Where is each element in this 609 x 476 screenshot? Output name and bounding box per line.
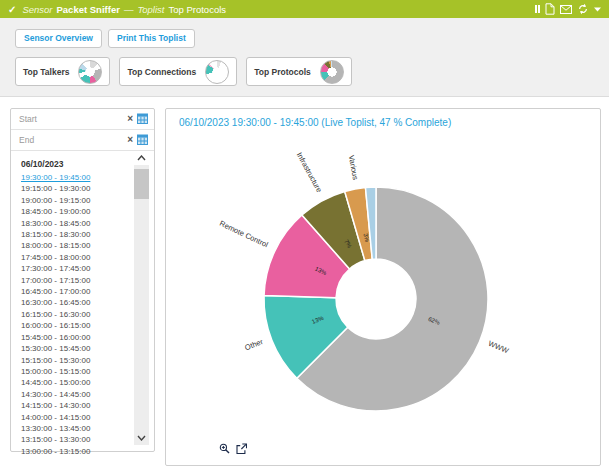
- tab-label: Top Protocols: [254, 67, 311, 77]
- zoom-chart-icon[interactable]: [219, 443, 230, 454]
- separator: —: [124, 4, 134, 15]
- tab-top-connections[interactable]: Top Connections: [119, 57, 237, 86]
- print-toplist-button[interactable]: Print This Toplist: [108, 29, 195, 48]
- sensor-overview-button[interactable]: Sensor Overview: [15, 29, 102, 48]
- calendar-icon[interactable]: [137, 110, 148, 128]
- time-range-item[interactable]: 15:15:00 - 15:30:00: [21, 355, 150, 366]
- end-date-input[interactable]: [17, 134, 123, 146]
- email-icon[interactable]: [560, 5, 572, 14]
- time-range-item[interactable]: 19:15:00 - 19:30:00: [21, 183, 150, 194]
- time-range-item[interactable]: 15:30:00 - 15:45:00: [21, 343, 150, 354]
- refresh-icon[interactable]: [577, 3, 589, 15]
- pause-icon[interactable]: [535, 5, 541, 13]
- time-range-item[interactable]: 16:00:00 - 16:15:00: [21, 320, 150, 331]
- slice-name-label: WWW: [487, 339, 511, 356]
- tab-top-protocols[interactable]: Top Protocols: [246, 57, 352, 86]
- tab-top-talkers[interactable]: Top Talkers: [15, 57, 110, 86]
- slice-name-label: Various: [347, 154, 361, 180]
- calendar-icon[interactable]: [137, 131, 148, 149]
- time-range-item[interactable]: 18:00:00 - 18:15:00: [21, 240, 150, 251]
- time-range-item[interactable]: 16:15:00 - 16:30:00: [21, 309, 150, 320]
- time-range-item[interactable]: 19:30:00 - 19:45:00: [21, 172, 150, 183]
- interval-list-panel: × × 06/10/2023 19:30:00 - 19:45:0019:15:…: [10, 108, 155, 452]
- time-range-item[interactable]: 15:00:00 - 15:15:00: [21, 366, 150, 377]
- time-range-item[interactable]: 17:30:00 - 17:45:00: [21, 263, 150, 274]
- time-range-item[interactable]: 13:15:00 - 13:30:00: [21, 434, 150, 445]
- time-range-item[interactable]: 15:45:00 - 16:00:00: [21, 332, 150, 343]
- scrollbar-thumb[interactable]: [134, 169, 149, 199]
- sensor-name[interactable]: Packet Sniffer: [57, 4, 120, 15]
- section-type-label: Toplist: [137, 4, 164, 15]
- time-range-item[interactable]: 18:45:00 - 19:00:00: [21, 206, 150, 217]
- chart-title: 06/10/2023 19:30:00 - 19:45:00 (Live Top…: [179, 117, 451, 128]
- top-protocols-pie-icon: [320, 60, 344, 84]
- scrollbar: [134, 151, 149, 445]
- open-fullscreen-icon[interactable]: [236, 443, 247, 454]
- status-ok-icon: ✓: [8, 4, 16, 15]
- clear-icon[interactable]: ×: [127, 114, 133, 124]
- time-range-item[interactable]: 14:30:00 - 14:45:00: [21, 389, 150, 400]
- tab-label: Top Talkers: [23, 67, 69, 77]
- time-range-item[interactable]: 16:30:00 - 16:45:00: [21, 297, 150, 308]
- toolbar: Sensor Overview Print This Toplist: [15, 29, 195, 48]
- slice-name-label: Remote Control: [218, 219, 270, 250]
- time-range-item[interactable]: 17:45:00 - 18:00:00: [21, 252, 150, 263]
- time-range-item[interactable]: 14:00:00 - 14:15:00: [21, 412, 150, 423]
- start-date-row: ×: [11, 109, 154, 130]
- time-range-item[interactable]: 13:00:00 - 13:15:00: [21, 446, 150, 457]
- sensor-header-bar: ✓ Sensor Packet Sniffer — Toplist Top Pr…: [0, 0, 609, 18]
- time-range-item[interactable]: 13:30:00 - 13:45:00: [21, 423, 150, 434]
- interval-list: 06/10/2023 19:30:00 - 19:45:0019:15:00 -…: [11, 151, 154, 463]
- list-date-header: 06/10/2023: [21, 159, 150, 169]
- time-range-item[interactable]: 17:00:00 - 17:15:00: [21, 275, 150, 286]
- scrollbar-track[interactable]: [134, 165, 149, 431]
- start-date-input[interactable]: [17, 113, 123, 125]
- top-talkers-pie-icon: [78, 60, 102, 84]
- protocols-donut-chart: 62%WWW13%Other13%Remote Control7%Infrast…: [166, 133, 602, 443]
- scrollbar-up-button[interactable]: [134, 151, 149, 165]
- scrollbar-down-button[interactable]: [134, 431, 149, 445]
- report-icon[interactable]: [545, 3, 555, 15]
- time-range-item[interactable]: 18:15:00 - 18:30:00: [21, 229, 150, 240]
- caret-down-icon[interactable]: [594, 7, 601, 12]
- object-type-label: Sensor: [22, 4, 52, 15]
- top-connections-pie-icon: [205, 60, 229, 84]
- slice-name-label: Infrastructure: [295, 151, 324, 194]
- time-range-item[interactable]: 14:45:00 - 15:00:00: [21, 377, 150, 388]
- clear-icon[interactable]: ×: [127, 135, 133, 145]
- time-range-item[interactable]: 18:30:00 - 18:45:00: [21, 218, 150, 229]
- end-date-row: ×: [11, 130, 154, 151]
- time-range-item[interactable]: 16:45:00 - 17:00:00: [21, 286, 150, 297]
- toolbar-zone: Sensor Overview Print This Toplist Top T…: [0, 18, 609, 97]
- chart-actions: [219, 443, 247, 454]
- time-range-item[interactable]: 14:15:00 - 14:30:00: [21, 400, 150, 411]
- slice-name-label: Other: [243, 337, 264, 352]
- toplist-chart-panel: 06/10/2023 19:30:00 - 19:45:00 (Live Top…: [165, 108, 601, 466]
- tab-label: Top Connections: [127, 67, 196, 77]
- section-name: Top Protocols: [168, 4, 226, 15]
- toplist-tabs: Top Talkers Top Connections Top Protocol…: [15, 57, 352, 86]
- time-range-item[interactable]: 19:00:00 - 19:15:00: [21, 195, 150, 206]
